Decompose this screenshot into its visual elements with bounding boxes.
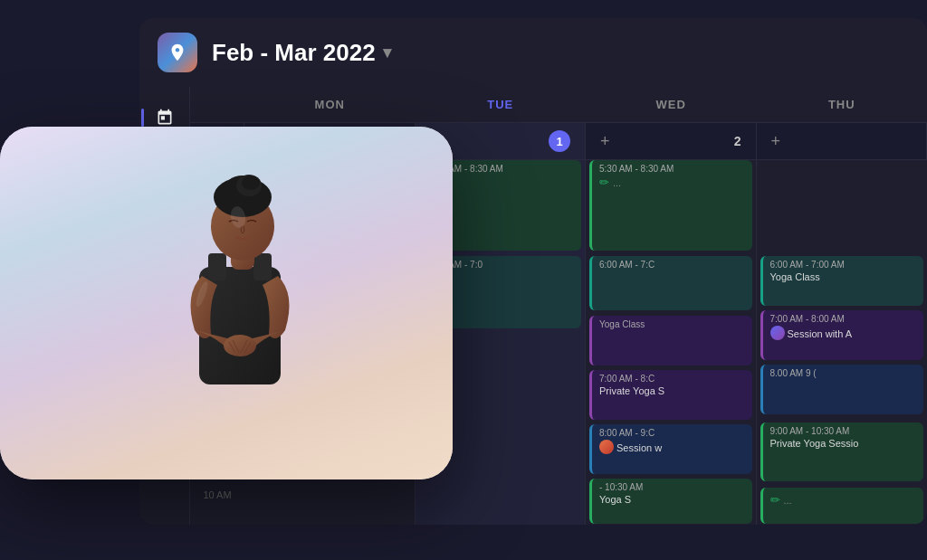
event-session[interactable]: 8:00 AM - 9:C Session w [589, 424, 752, 474]
day-headers: MON TUE WED THU [190, 87, 927, 123]
location-icon [167, 43, 187, 62]
event-title: Session with A [788, 328, 853, 339]
event-actions: ✏ ... [770, 493, 917, 507]
date-num-wed: 2 [734, 134, 741, 148]
edit-icon[interactable]: ✏ [599, 176, 609, 189]
time-label-spacer [190, 87, 244, 122]
event-thu-yoga[interactable]: 6:00 AM - 7:00 AM Yoga Class [760, 256, 924, 306]
more-icon[interactable]: ... [613, 177, 621, 188]
phone-overlay [0, 127, 453, 479]
avatar [770, 326, 785, 340]
day-header-thu: THU [757, 87, 928, 122]
event-time: 7:00 AM - 8:C [599, 374, 745, 384]
event-title: Session w [616, 442, 662, 453]
add-event-wed[interactable]: + [600, 132, 610, 151]
day-column-thu: 6:00 AM - 7:00 AM Yoga Class 7:00 AM - 8… [757, 160, 928, 525]
header-title: Feb - Mar 2022 ▾ [212, 39, 391, 67]
date-num-tue: 1 [549, 130, 570, 152]
day-header-tue: TUE [416, 87, 587, 122]
edit-icon[interactable]: ✏ [770, 493, 780, 507]
event-yoga-s[interactable]: - 10:30 AM Yoga S [589, 479, 752, 524]
event-time: 5:30 AM - 8:30 AM [599, 164, 745, 174]
date-cell-wed[interactable]: + 2 [586, 123, 757, 159]
day-header-mon: MON [244, 87, 416, 122]
svg-rect-2 [208, 253, 226, 280]
event-title: Private Yoga Sessio [770, 438, 917, 449]
event-time: - 10:30 AM [599, 482, 745, 492]
day-column-wed: 5:30 AM - 8:30 AM ✏ ... 6:00 AM - 7:C Yo… [586, 160, 757, 525]
event-time: 7:00 AM - 8:00 AM [770, 314, 917, 324]
day-header-wed: WED [586, 87, 757, 122]
avatar [599, 440, 614, 454]
event-thu-edit[interactable]: ✏ ... [760, 488, 924, 524]
app-logo [158, 33, 197, 72]
event-time: 6:00 AM - 7:00 AM [770, 260, 917, 270]
event-private-yoga[interactable]: 7:00 AM - 8:C Private Yoga S [589, 370, 752, 420]
event-time: 9:00 AM - 10:30 AM [770, 426, 917, 436]
svg-point-9 [242, 176, 260, 190]
event-thu-private[interactable]: 9:00 AM - 10:30 AM Private Yoga Sessio [760, 422, 924, 481]
app-header: Feb - Mar 2022 ▾ [139, 18, 927, 88]
svg-point-10 [224, 335, 256, 356]
event-thu-session[interactable]: 7:00 AM - 8:00 AM Session with A [760, 310, 924, 360]
phone-image-content [0, 127, 453, 479]
date-cell-thu[interactable]: + [757, 123, 928, 159]
event-title: Yoga S [599, 494, 745, 505]
event-title: Private Yoga S [599, 385, 745, 396]
more-icon[interactable]: ... [784, 495, 792, 506]
event-wed-1[interactable]: 5:30 AM - 8:30 AM ✏ ... [589, 160, 752, 251]
dropdown-arrow-icon[interactable]: ▾ [383, 43, 391, 62]
time-label-10am: 10 AM [190, 486, 244, 525]
event-thu-800[interactable]: 8.00 AM 9 ( [760, 365, 924, 414]
event-time: 8.00 AM 9 ( [770, 368, 917, 378]
svg-rect-3 [253, 253, 272, 280]
yoga-figure [104, 136, 376, 479]
add-event-thu[interactable]: + [771, 132, 781, 151]
event-time: 8:00 AM - 9:C [599, 428, 745, 438]
event-actions: ✏ ... [599, 176, 745, 189]
event-yoga-class[interactable]: Yoga Class [589, 316, 752, 365]
event-title: Yoga Class [770, 271, 917, 282]
event-time: 6:00 AM - 7:C [599, 260, 745, 270]
event-time: Yoga Class [599, 319, 745, 329]
event-wed-2[interactable]: 6:00 AM - 7:C [589, 256, 752, 310]
